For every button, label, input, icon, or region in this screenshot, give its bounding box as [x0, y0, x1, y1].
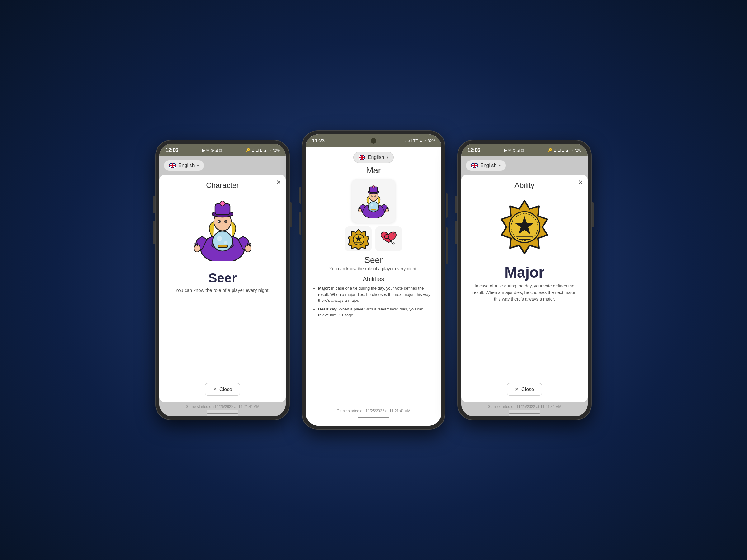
ability-modal: Ability ✕ [461, 175, 588, 402]
major-ability-name: Major [505, 264, 544, 281]
mar-player-name: Mar [366, 165, 381, 176]
status-right-1: 🔑 ⊿ LTE ▲ ○ 72% [246, 148, 280, 153]
lte-label: LTE [256, 148, 262, 153]
signal-icon: ⊿ [252, 148, 255, 153]
chevron-down-icon-1: ▾ [197, 163, 199, 168]
seer-name: Seer [208, 271, 236, 286]
language-label-3: English [480, 163, 496, 168]
svg-point-32 [375, 196, 376, 196]
svg-point-7 [224, 241, 227, 244]
wifi-icon-3: ⊿ [517, 148, 520, 153]
signal-icon-2: ⊿ [407, 139, 410, 143]
ability1-desc: In case of a tie during the day, your vo… [318, 286, 431, 303]
phone1-bg: English ▾ Character ✕ [159, 156, 286, 416]
extra-icon: □ [220, 148, 222, 153]
phone3-bg: English ▾ Ability ✕ [461, 156, 588, 416]
ability-major-item: Major: In case of a tie during the day, … [318, 285, 435, 304]
svg-point-19 [386, 209, 389, 212]
phone3: 12:06 ▶ ✉ ⊙ ⊿ □ 🔑 ⊿ LTE ▲ ○ 72% [458, 140, 591, 420]
signal-bars-3: ▲ [566, 148, 569, 153]
github-icon-3: ⊙ [513, 148, 516, 153]
home-indicator-3 [509, 412, 540, 414]
phone2-extra [446, 227, 447, 264]
major-badge-image [493, 196, 556, 258]
close-button-3[interactable]: ✕ Close [507, 383, 542, 396]
svg-point-2 [245, 244, 251, 252]
language-btn-2[interactable]: English ▾ [353, 152, 394, 163]
lte-label-3: LTE [558, 148, 564, 153]
svg-point-31 [371, 196, 372, 196]
svg-rect-8 [218, 245, 227, 248]
character-modal: Character ✕ [159, 175, 286, 402]
uk-flag-2 [359, 155, 365, 160]
close-label-1: Close [220, 387, 232, 392]
ability2-name: Heart key [318, 307, 336, 312]
phone1-vol-up [153, 196, 155, 213]
status-icons-1: ▶ ✉ ⊙ ⊿ □ [202, 148, 222, 153]
language-btn-1[interactable]: English ▾ [164, 160, 204, 171]
battery-icon-3: ○ [570, 148, 573, 153]
phone1-vol-down [153, 221, 155, 244]
svg-line-41 [393, 244, 395, 244]
close-label-3: Close [521, 387, 534, 392]
battery-pct-2: 82% [428, 139, 435, 143]
home-bar-1 [207, 410, 238, 416]
phone3-power [592, 202, 594, 227]
status-right-3: 🔑 ⊿ LTE ▲ ○ 72% [547, 148, 582, 153]
language-btn-3[interactable]: English ▾ [466, 160, 506, 171]
close-button-1[interactable]: ✕ Close [205, 383, 240, 396]
ability1-name: Major [318, 286, 329, 291]
modal-close-corner-1[interactable]: ✕ [276, 179, 281, 185]
signal-bars-2: ▲ [419, 139, 423, 143]
key-icon-3: 🔑 [547, 148, 552, 153]
phone2: 11:23 · ⊿ LTE ▲ ○ 82% [302, 131, 445, 429]
seer-character-image [188, 196, 257, 264]
dot-sep: · [405, 139, 406, 143]
modal-title-1: Character [206, 181, 239, 190]
close-x-icon: ✕ [213, 386, 217, 392]
wifi-icon: ⊿ [215, 148, 218, 153]
status-icons-3: ▶ ✉ ⊙ ⊿ □ [504, 148, 523, 153]
phone2-power [446, 193, 447, 218]
footer-1: Game started on 11/25/2022 at 11:21:41 A… [186, 402, 260, 410]
language-label-1: English [178, 163, 195, 168]
heartkey-ability-icon: ✦ ✦ [376, 226, 402, 251]
svg-point-16 [225, 221, 227, 222]
uk-flag-3 [471, 163, 478, 168]
footer-2: Game started on 11/25/2022 at 11:21:41 A… [337, 406, 411, 415]
phone1: 12:06 ▶ ✉ ⊙ ⊿ □ 🔑 ⊿ LTE ▲ ○ 72% [156, 140, 289, 420]
mail-icon-3: ✉ [508, 148, 511, 153]
seer-role-desc: You can know the role of a player every … [330, 266, 418, 271]
battery-icon-2: ○ [424, 139, 427, 143]
svg-text:✦: ✦ [394, 235, 396, 237]
signal-icon-3: ⊿ [553, 148, 557, 153]
chevron-down-icon-3: ▾ [499, 163, 501, 168]
mail-icon: ✉ [206, 148, 209, 153]
svg-point-6 [217, 236, 222, 241]
modal-close-corner-3[interactable]: ✕ [578, 179, 583, 185]
modal-title-3: Ability [515, 181, 535, 190]
youtube-icon: ▶ [202, 148, 205, 153]
svg-point-12 [220, 201, 225, 206]
status-bar-1: 12:06 ▶ ✉ ⊙ ⊿ □ 🔑 ⊿ LTE ▲ ○ 72% [159, 144, 286, 156]
uk-flag-1 [169, 163, 176, 168]
home-indicator-1 [207, 412, 238, 414]
phone3-vol-down [455, 221, 457, 244]
battery-icon: ○ [268, 148, 271, 153]
home-bar-2 [358, 415, 389, 421]
svg-rect-24 [371, 209, 376, 210]
language-label-2: English [368, 155, 384, 160]
svg-point-15 [219, 221, 221, 222]
chevron-down-icon-2: ▾ [387, 155, 388, 160]
phone2-vol-up [300, 187, 301, 204]
svg-point-18 [359, 209, 362, 212]
battery-pct-1: 72% [272, 148, 280, 153]
seer-card-img [352, 179, 395, 223]
ability-icons-row: ✦ ✦ [345, 226, 402, 251]
time-3: 12:06 [467, 148, 480, 153]
major-ability-desc: In case of a tie during the day, your vo… [467, 283, 582, 302]
time-2: 11:23 [312, 138, 325, 144]
footer-3: Game started on 11/25/2022 at 11:21:41 A… [488, 402, 562, 410]
extra-icon-3: □ [521, 148, 523, 153]
svg-point-28 [372, 185, 375, 188]
